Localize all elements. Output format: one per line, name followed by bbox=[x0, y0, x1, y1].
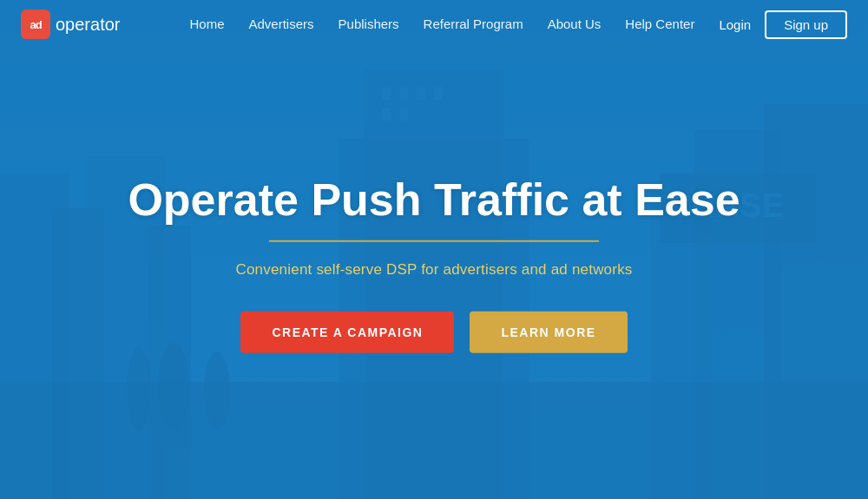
nav-home[interactable]: Home bbox=[190, 16, 225, 31]
signup-button[interactable]: Sign up bbox=[765, 10, 847, 39]
navbar: ad operator Home Advertisers Publishers … bbox=[0, 0, 868, 49]
nav-about[interactable]: About Us bbox=[548, 16, 602, 31]
logo-icon: ad bbox=[21, 10, 50, 39]
logo-link[interactable]: ad operator bbox=[21, 10, 121, 39]
nav-advertisers[interactable]: Advertisers bbox=[249, 16, 314, 31]
create-campaign-button[interactable]: CREATE A CAMPAIGN bbox=[240, 312, 454, 353]
nav-referral[interactable]: Referral Program bbox=[424, 16, 523, 31]
logo-text: operator bbox=[56, 15, 121, 35]
login-link[interactable]: Login bbox=[719, 17, 751, 32]
hero-buttons: CREATE A CAMPAIGN LEARN MORE bbox=[95, 312, 773, 353]
nav-links: Home Advertisers Publishers Referral Pro… bbox=[190, 16, 695, 32]
hero-subtitle: Convenient self-serve DSP for advertiser… bbox=[95, 261, 773, 279]
hero-divider bbox=[269, 240, 599, 242]
nav-publishers[interactable]: Publishers bbox=[339, 16, 399, 31]
nav-actions: Login Sign up bbox=[719, 10, 847, 39]
learn-more-button[interactable]: LEARN MORE bbox=[470, 312, 627, 353]
nav-help[interactable]: Help Center bbox=[625, 16, 694, 31]
hero-section: CHASE ad operator Home Advertisers Publi… bbox=[0, 0, 868, 499]
hero-content: Operate Push Traffic at Ease Convenient … bbox=[95, 174, 773, 352]
hero-title: Operate Push Traffic at Ease bbox=[95, 174, 773, 224]
